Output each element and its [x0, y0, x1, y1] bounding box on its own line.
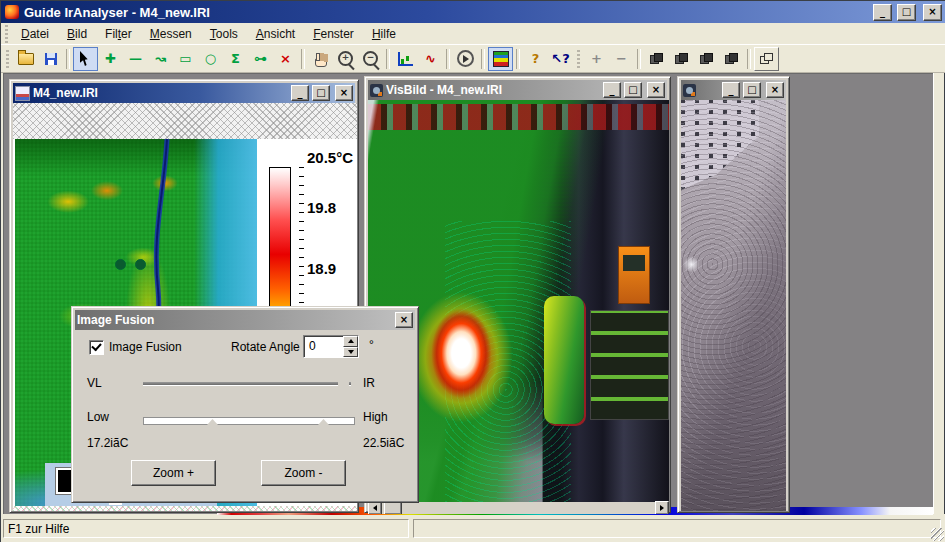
- save-file-button[interactable]: [38, 47, 63, 71]
- rect-measure-tool-icon: ▭: [179, 52, 191, 66]
- vl-ir-slider[interactable]: [143, 382, 351, 385]
- main-window-title: Guide IrAnalyser - M4_new.IRI: [24, 5, 868, 20]
- toolbar-separator: [301, 49, 305, 69]
- zoom-out-tool-button[interactable]: −: [358, 47, 383, 71]
- thermal-overlay-blob: [544, 296, 584, 424]
- dialog-close-button[interactable]: ×: [395, 312, 413, 328]
- photo-maximize-button[interactable]: □: [743, 82, 761, 98]
- visible-light-photo[interactable]: [681, 100, 786, 511]
- app-logo-icon: [5, 5, 19, 19]
- menu-bar: DateiBildFilterMessenToolsAnsichtFenster…: [1, 23, 945, 45]
- spin-up-button[interactable]: [343, 336, 358, 347]
- menu-fenster[interactable]: Fenster: [304, 25, 363, 43]
- status-bar: F1 zur Hilfe: [1, 517, 945, 542]
- tile-windows-horizontal-button[interactable]: [669, 47, 694, 71]
- open-file-button[interactable]: [13, 47, 38, 71]
- degree-symbol: °: [369, 338, 374, 352]
- profile-view-icon: ∿: [425, 52, 436, 66]
- pan-tool-icon: [314, 52, 327, 66]
- maximize-button[interactable]: □: [897, 4, 916, 21]
- no-data-hatch-area: [13, 103, 357, 139]
- image-fusion-toggle-button[interactable]: [754, 47, 779, 71]
- arrange-icons-button[interactable]: [719, 47, 744, 71]
- visbild-horizontal-scrollbar: [368, 502, 669, 514]
- rect-measure-tool-button[interactable]: ▭: [173, 47, 198, 71]
- thermal-maximize-button[interactable]: □: [312, 85, 330, 101]
- ellipse-measure-tool-button[interactable]: ○: [198, 47, 223, 71]
- minimize-button[interactable]: _: [873, 4, 892, 21]
- measure-point-icon: [115, 259, 126, 270]
- toolbar: ✚—↝▭○Σ⊶×+−∿?↖?+−: [1, 45, 945, 73]
- thermal-minimize-button[interactable]: _: [291, 85, 309, 101]
- palette-select-icon: [493, 51, 509, 67]
- cascade-windows-button[interactable]: [644, 47, 669, 71]
- visbild-window-title: VisBild - M4_new.IRI: [386, 83, 600, 97]
- right-arrow-icon: [660, 505, 664, 511]
- toolbar-separator: [516, 49, 520, 69]
- select-tool-button[interactable]: [73, 47, 98, 71]
- photo-minimize-button[interactable]: _: [722, 82, 740, 98]
- up-arrow-icon: [348, 339, 354, 343]
- spin-down-button[interactable]: [343, 347, 358, 358]
- pan-tool-button[interactable]: [308, 47, 333, 71]
- vl-label: VL: [87, 376, 102, 390]
- help-button[interactable]: ?: [523, 47, 548, 71]
- thermal-window-title: M4_new.IRI: [33, 86, 288, 100]
- thermal-window-title-bar: M4_new.IRI _ □ ×: [13, 83, 355, 103]
- image-fusion-checkbox-label[interactable]: Image Fusion: [109, 340, 182, 354]
- menu-hilfe[interactable]: Hilfe: [363, 25, 405, 43]
- zoom-increase-icon: +: [591, 52, 602, 66]
- menu-bild[interactable]: Bild: [58, 25, 96, 43]
- close-button[interactable]: ×: [923, 4, 942, 21]
- play-sequence-button[interactable]: [453, 47, 478, 71]
- zoom-plus-button[interactable]: Zoom +: [131, 460, 216, 486]
- context-help-icon: ↖?: [551, 52, 569, 66]
- save-file-icon: [45, 53, 57, 65]
- visbild-maximize-button[interactable]: □: [624, 82, 642, 98]
- image-fusion-toggle-icon: [760, 53, 773, 64]
- menu-messen[interactable]: Messen: [141, 25, 201, 43]
- low-label: Low: [87, 410, 109, 424]
- histogram-view-button[interactable]: [393, 47, 418, 71]
- palette-select-button[interactable]: [488, 47, 513, 71]
- visbild-close-button[interactable]: ×: [647, 82, 665, 98]
- menu-ansicht[interactable]: Ansicht: [247, 25, 304, 43]
- delete-measure-tool-button[interactable]: ×: [273, 47, 298, 71]
- menu-tools[interactable]: Tools: [201, 25, 247, 43]
- resize-grip[interactable]: [931, 528, 944, 541]
- ellipse-measure-tool-icon: ○: [205, 52, 216, 66]
- delete-measure-tool-icon: ×: [280, 52, 291, 66]
- thermal-window-bottom-strip: [13, 506, 357, 511]
- polygon-measure-tool-icon: Σ: [231, 52, 240, 66]
- thermal-close-button[interactable]: ×: [335, 85, 353, 101]
- context-help-button[interactable]: ↖?: [548, 47, 573, 71]
- zoom-in-tool-button[interactable]: +: [333, 47, 358, 71]
- visbild-minimize-button[interactable]: _: [603, 82, 621, 98]
- photo-close-button[interactable]: ×: [766, 82, 784, 98]
- play-sequence-icon: [457, 50, 474, 67]
- profile-view-button[interactable]: ∿: [418, 47, 443, 71]
- tile-windows-horizontal-icon: [675, 53, 688, 64]
- line-measure-tool-button[interactable]: —: [123, 47, 148, 71]
- zoom-minus-button[interactable]: Zoom -: [261, 460, 346, 486]
- rotate-angle-value[interactable]: 0: [304, 336, 343, 357]
- zoom-decrease-icon: −: [616, 52, 627, 66]
- point-measure-tool-button[interactable]: ✚: [98, 47, 123, 71]
- image-fusion-checkbox[interactable]: [89, 340, 104, 355]
- status-message: F1 zur Hilfe: [3, 519, 409, 538]
- scrollbar-right-button[interactable]: [655, 501, 669, 514]
- polyline-measure-tool-button[interactable]: ↝: [148, 47, 173, 71]
- rotate-angle-input[interactable]: 0: [303, 335, 359, 358]
- menu-datei[interactable]: Datei: [12, 25, 58, 43]
- vl-ir-slider-thumb[interactable]: [338, 372, 349, 392]
- polygon-measure-tool-button[interactable]: Σ: [223, 47, 248, 71]
- dialog-title-bar: Image Fusion ×: [75, 310, 415, 330]
- zoom-increase-button[interactable]: +: [584, 47, 609, 71]
- main-title-bar: Guide IrAnalyser - M4_new.IRI _ □ ×: [1, 1, 945, 23]
- tile-windows-vertical-button[interactable]: [694, 47, 719, 71]
- menu-filter[interactable]: Filter: [96, 25, 141, 43]
- segments-measure-tool-button[interactable]: ⊶: [248, 47, 273, 71]
- zoom-decrease-button[interactable]: −: [609, 47, 634, 71]
- toolbar-grip: [4, 50, 11, 68]
- arrange-icons-icon: [725, 53, 738, 64]
